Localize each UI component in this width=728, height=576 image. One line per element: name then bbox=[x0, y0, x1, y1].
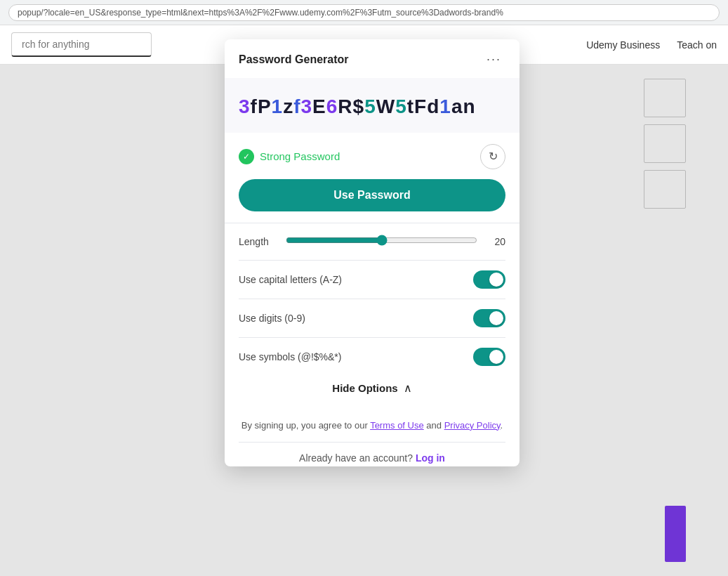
address-bar[interactable]: popup/?locale=en_US&response_type=html&n… bbox=[8, 4, 720, 21]
option-divider-1 bbox=[239, 260, 505, 261]
digits-toggle[interactable] bbox=[473, 309, 505, 327]
options-area: Length 20 Use capital letters (A-Z) bbox=[225, 223, 519, 409]
page-content: Password Generator ··· 3fP1zf3E6R$5W5tFd… bbox=[0, 65, 728, 576]
password-status-area: ✓ Strong Password ↻ bbox=[225, 133, 519, 179]
header-right: Udemy Business Teach on bbox=[586, 25, 728, 64]
capital-letters-row: Use capital letters (A-Z) bbox=[239, 263, 505, 296]
digits-knob bbox=[489, 311, 503, 325]
udemy-business-link[interactable]: Udemy Business bbox=[586, 39, 660, 51]
chevron-up-icon: ∧ bbox=[404, 381, 412, 395]
strong-password-label: Strong Password bbox=[260, 150, 340, 162]
teach-on-link[interactable]: Teach on bbox=[677, 39, 717, 51]
terms-suffix: . bbox=[501, 420, 503, 431]
popup-overlay: Password Generator ··· 3fP1zf3E6R$5W5tFd… bbox=[0, 65, 728, 576]
capital-letters-toggle[interactable] bbox=[473, 270, 505, 289]
search-input[interactable] bbox=[11, 32, 152, 57]
password-generator-popup: Password Generator ··· 3fP1zf3E6R$5W5tFd… bbox=[225, 39, 519, 466]
digits-label: Use digits (0-9) bbox=[239, 313, 305, 324]
terms-of-use-link[interactable]: Terms of Use bbox=[370, 420, 424, 431]
use-password-button[interactable]: Use Password bbox=[239, 179, 505, 211]
symbols-label: Use symbols (@!$%&*) bbox=[239, 351, 341, 362]
terms-area: By signing up, you agree to our Terms of… bbox=[225, 409, 519, 442]
password-text: 3fP1zf3E6R$5W5tFd1an bbox=[239, 95, 505, 119]
symbols-row: Use symbols (@!$%&*) bbox=[239, 341, 505, 373]
slider-container bbox=[286, 235, 477, 249]
refresh-button[interactable]: ↻ bbox=[480, 144, 505, 169]
login-text-area: Already have an account? Log in bbox=[225, 443, 519, 466]
symbols-knob bbox=[489, 350, 503, 364]
digits-row: Use digits (0-9) bbox=[239, 302, 505, 334]
length-value: 20 bbox=[486, 236, 505, 247]
terms-and: and bbox=[424, 420, 444, 431]
length-row: Length 20 bbox=[239, 235, 505, 249]
login-prompt: Already have an account? bbox=[299, 452, 416, 464]
popup-menu-button[interactable]: ··· bbox=[482, 51, 505, 68]
symbols-toggle[interactable] bbox=[473, 348, 505, 366]
length-label: Length bbox=[239, 236, 277, 247]
terms-prefix: By signing up, you agree to our bbox=[241, 420, 370, 431]
terms-text: By signing up, you agree to our Terms of… bbox=[239, 420, 505, 431]
option-divider-3 bbox=[239, 337, 505, 338]
status-left: ✓ Strong Password bbox=[239, 149, 340, 164]
hide-options-row[interactable]: Hide Options ∧ bbox=[239, 373, 505, 398]
popup-header: Password Generator ··· bbox=[225, 39, 519, 78]
login-link[interactable]: Log in bbox=[416, 452, 445, 464]
privacy-policy-link[interactable]: Privacy Policy bbox=[444, 420, 501, 431]
browser-bar: popup/?locale=en_US&response_type=html&n… bbox=[0, 0, 728, 25]
password-display: 3fP1zf3E6R$5W5tFd1an bbox=[225, 78, 519, 133]
popup-title: Password Generator bbox=[239, 53, 349, 66]
length-slider[interactable] bbox=[286, 235, 477, 246]
hide-options-text: Hide Options bbox=[332, 382, 397, 394]
check-icon: ✓ bbox=[239, 149, 254, 164]
capital-letters-knob bbox=[489, 273, 503, 287]
capital-letters-label: Use capital letters (A-Z) bbox=[239, 274, 342, 285]
option-divider-2 bbox=[239, 299, 505, 299]
